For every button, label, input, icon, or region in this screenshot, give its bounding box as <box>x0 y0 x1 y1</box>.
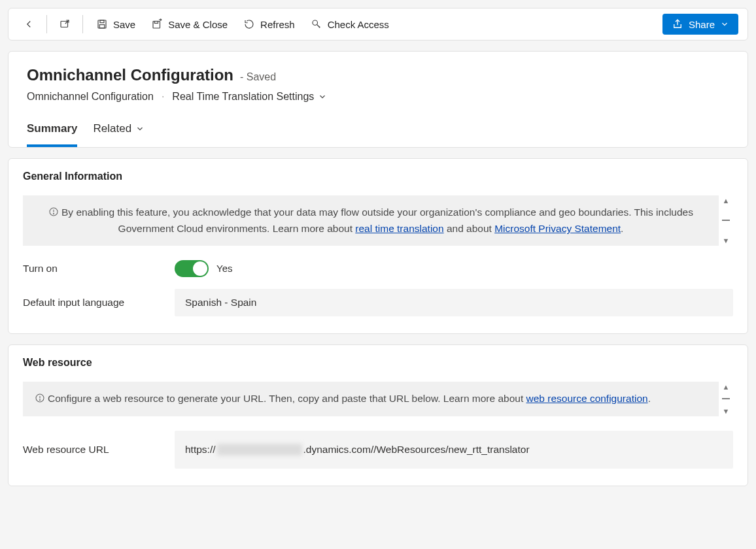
select-default-input-language[interactable]: Spanish - Spain <box>175 289 733 316</box>
tab-list: Summary Related <box>27 117 729 147</box>
form-header: Omnichannel Configuration - Saved Omnich… <box>8 51 748 148</box>
url-redacted-segment <box>217 444 302 456</box>
tab-related-label: Related <box>93 122 131 135</box>
label-default-input-language: Default input language <box>23 297 175 308</box>
scroll-down-icon: ▼ <box>723 407 730 415</box>
back-button[interactable] <box>18 14 40 34</box>
check-access-button[interactable]: Check Access <box>304 14 396 34</box>
banner-text-mid: and about <box>444 223 495 234</box>
section-title: Web resource <box>23 357 733 369</box>
arrow-left-icon <box>23 18 35 30</box>
open-new-window-button[interactable] <box>54 14 76 34</box>
refresh-icon <box>243 18 255 30</box>
save-close-label: Save & Close <box>168 19 228 30</box>
breadcrumb-form-selector[interactable]: Real Time Translation Settings <box>172 91 327 103</box>
url-prefix: https:// <box>185 444 216 456</box>
refresh-button[interactable]: Refresh <box>237 14 301 34</box>
page-title: Omnichannel Configuration <box>27 66 233 84</box>
chevron-down-icon <box>318 92 327 101</box>
share-icon <box>672 18 683 30</box>
svg-rect-5 <box>154 22 158 24</box>
scroll-track-icon <box>722 398 730 399</box>
svg-point-9 <box>53 213 54 214</box>
save-close-button[interactable]: Save & Close <box>145 14 234 34</box>
url-suffix: .dynamics.com//WebResources/new_rtt_tran… <box>303 444 530 456</box>
scroll-up-icon: ▲ <box>723 383 730 391</box>
check-access-icon <box>311 18 322 30</box>
external-link-icon <box>59 18 71 30</box>
toggle-turn-on-value: Yes <box>216 263 232 274</box>
banner-text-post: . <box>648 393 651 404</box>
svg-rect-4 <box>153 22 160 29</box>
scroll-track-icon <box>722 220 730 221</box>
scroll-up-icon: ▲ <box>723 197 730 205</box>
check-access-label: Check Access <box>328 19 389 30</box>
share-button[interactable]: Share <box>662 14 738 35</box>
breadcrumb: Omnichannel Configuration · Real Time Tr… <box>27 91 729 103</box>
refresh-label: Refresh <box>260 19 295 30</box>
toolbar-divider <box>82 15 83 33</box>
save-button[interactable]: Save <box>90 14 142 34</box>
svg-rect-3 <box>99 25 105 28</box>
chevron-down-icon <box>135 124 145 133</box>
tab-related[interactable]: Related <box>93 117 145 147</box>
scroll-indicator[interactable]: ▲ ▼ <box>719 382 733 416</box>
svg-rect-2 <box>100 20 104 23</box>
banner-text-post: . <box>621 223 623 234</box>
section-web-resource: Web resource Configure a web resource to… <box>8 344 748 486</box>
scroll-down-icon: ▼ <box>723 237 730 244</box>
scroll-indicator[interactable]: ▲ ▼ <box>719 195 733 246</box>
toolbar-divider <box>46 15 47 33</box>
label-turn-on: Turn on <box>23 263 175 274</box>
toggle-knob <box>193 261 207 276</box>
link-web-resource-configuration[interactable]: web resource configuration <box>526 393 648 404</box>
banner-text-pre: Configure a web resource to generate you… <box>48 393 526 404</box>
save-icon <box>96 18 108 30</box>
chevron-down-icon <box>720 20 729 29</box>
breadcrumb-separator: · <box>162 91 164 103</box>
section-title: General Information <box>23 171 733 182</box>
info-banner-web-resource: Configure a web resource to generate you… <box>23 382 719 416</box>
tab-summary[interactable]: Summary <box>27 117 77 147</box>
link-real-time-translation[interactable]: real time translation <box>355 223 443 234</box>
save-status: - Saved <box>240 71 276 83</box>
svg-point-6 <box>313 20 318 25</box>
breadcrumb-detail-label: Real Time Translation Settings <box>172 91 314 103</box>
label-web-resource-url: Web resource URL <box>23 431 175 456</box>
breadcrumb-entity[interactable]: Omnichannel Configuration <box>27 91 154 103</box>
toggle-turn-on[interactable] <box>175 260 209 277</box>
svg-point-12 <box>39 399 40 400</box>
info-icon <box>35 392 45 407</box>
command-bar: Save Save & Close Refresh Check Access S… <box>9 8 747 40</box>
save-close-icon <box>151 18 163 30</box>
link-privacy-statement[interactable]: Microsoft Privacy Statement <box>494 223 621 234</box>
input-web-resource-url[interactable]: https:// .dynamics.com//WebResources/new… <box>175 431 733 469</box>
info-banner-general: By enabling this feature, you acknowledg… <box>23 195 719 246</box>
save-label: Save <box>113 19 135 30</box>
info-icon <box>48 206 59 221</box>
section-general-information: General Information By enabling this fea… <box>8 158 748 334</box>
share-label: Share <box>689 19 715 30</box>
